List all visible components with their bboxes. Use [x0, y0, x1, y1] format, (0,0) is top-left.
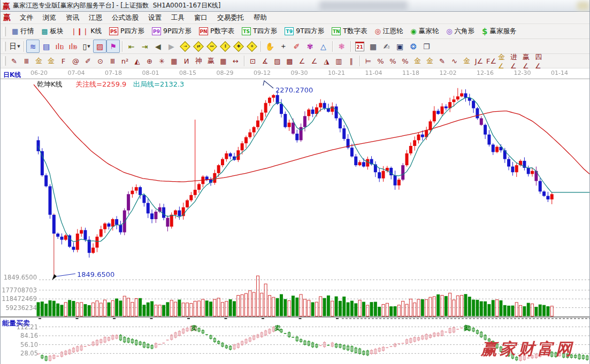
toolbar-button-gann-swap[interactable]: ⇄ [191, 40, 205, 53]
menu-item-file[interactable]: 文件 [15, 12, 38, 24]
draw-tool-wave-a[interactable]: ∿ [448, 55, 461, 67]
toolbar-button-gann-wheel[interactable]: ◎江恩轮 [371, 25, 407, 37]
toolbar-button-quotes[interactable]: ▦行情 [8, 25, 37, 37]
draw-tool-stroke-counter-2[interactable]: Ⅲ [106, 55, 119, 67]
draw-tool-box-corner[interactable]: ⊡ [247, 55, 259, 67]
draw-tool-gold-angle[interactable]: 金∠ [497, 55, 510, 67]
toolbar-button-notes[interactable]: ✍ [380, 40, 393, 53]
draw-tool-stroke-counter[interactable]: Ⅲ [20, 55, 33, 67]
draw-tool-gold-ring[interactable]: 金 [411, 55, 424, 67]
menu-item-window[interactable]: 窗口 [189, 12, 212, 24]
toolbar-button-hexagon[interactable]: ◎六角形 [442, 25, 478, 37]
draw-tool-pen-tool[interactable]: ✎ [8, 55, 20, 67]
draw-tool-jin-angle[interactable]: 进∠ [510, 55, 522, 67]
draw-tool-pen-tool-2[interactable]: ✐ [82, 55, 94, 67]
draw-tool-circle-cross[interactable]: ⊕ [143, 55, 156, 67]
toolbar-button-view-info[interactable]: ▤ [40, 40, 53, 53]
toolbar-button-gann-cross[interactable]: ✚ [232, 40, 245, 53]
draw-tool-gold-grid-a[interactable]: 金 [33, 55, 45, 67]
toolbar-button-gann-expand-v[interactable]: ↕ [218, 40, 232, 53]
menu-item-gann[interactable]: 江恩 [84, 12, 107, 24]
draw-tool-n-squared[interactable]: n² [119, 55, 131, 67]
draw-tool-tri-shade[interactable]: ◮ [320, 55, 333, 67]
toolbar-button-measure[interactable]: △ [317, 40, 330, 53]
draw-tool-grid-numbers[interactable]: ▦ [217, 55, 229, 67]
draw-tool-f-tool[interactable]: F [57, 55, 70, 67]
draw-tool-percent-slash[interactable]: % [374, 55, 387, 67]
title-bar[interactable]: 赢 赢家江恩专业版[赢家内部服务平台] - [上证指数 SH1A0001-167… [1, 0, 589, 12]
draw-tool-shen-tool[interactable]: 神 [193, 55, 205, 67]
toolbar-button-nav-first[interactable]: ⇤ [125, 40, 138, 53]
low-price-annotation: 1849.6500 [77, 270, 114, 278]
date-axis-label: 11-04 [365, 69, 382, 76]
toolbar-button-winner-wheel[interactable]: ◉赢家轮 [407, 25, 442, 37]
toolbar-button-save[interactable]: ▣ [393, 40, 407, 53]
toolbar-button-kline-3[interactable]: ılı3 [53, 40, 66, 53]
toolbar-button-9t-square[interactable]: T99T四方形 [281, 25, 328, 37]
toolbar-button-color-profile[interactable]: ⚑ [106, 40, 120, 53]
toolbar-button-winner-service[interactable]: $赢家服务 [478, 25, 520, 38]
draw-tool-mirror-triangle[interactable]: ◭ [131, 55, 143, 67]
toolbar-button-p-table[interactable]: PNP数字表 [195, 25, 238, 37]
draw-tool-percent[interactable]: % [387, 55, 399, 67]
toolbar-button-hollow-candle[interactable]: ▯▼ [80, 40, 93, 53]
draw-tool-width-arrow[interactable]: ↔ [229, 55, 242, 67]
toolbar-button-draw-ribbon[interactable]: ✾ [303, 40, 317, 53]
draw-tool-box-light[interactable]: ▥ [333, 55, 345, 67]
draw-tool-scale-tool[interactable]: ⊨ [362, 55, 374, 67]
toolbar-button-9p-square[interactable]: P99P四方形 [148, 25, 195, 37]
draw-tool-gold-grid-b[interactable]: 金 [45, 55, 57, 67]
draw-tool-j-angle[interactable]: J∠ [473, 55, 485, 67]
toolbar-button-pattern-brain[interactable]: ❃ [335, 40, 348, 53]
draw-tool-pen-candle[interactable]: ✎ [436, 55, 448, 67]
menu-item-help[interactable]: 帮助 [249, 12, 272, 24]
toolbar-button-nav-last[interactable]: ⇥ [138, 40, 151, 53]
menu-item-news[interactable]: 资讯 [61, 12, 84, 24]
draw-tool-star-web[interactable]: ✳ [156, 55, 168, 67]
draw-tool-angle-fan[interactable]: ∡ [259, 55, 271, 67]
draw-tool-si-angle[interactable]: 四∠ [534, 55, 547, 67]
toolbar-button-t-square[interactable]: TST四方形 [238, 25, 281, 37]
draw-tool-box-dense[interactable]: ▩ [283, 55, 296, 67]
chart-canvas[interactable] [1, 68, 590, 364]
toolbar-button-gann-move-right[interactable]: → [178, 40, 191, 53]
toolbar-button-chart-globe[interactable]: ❂ [407, 40, 420, 53]
draw-tool-gold-line[interactable]: 金 [424, 55, 436, 67]
draw-tool-wave-pair[interactable]: И [180, 55, 193, 67]
toolbar-button-p-square[interactable]: PSP四方形 [105, 25, 148, 37]
toolbar-button-draw-pen[interactable]: ✐ [290, 40, 303, 53]
toolbar-button-t-table[interactable]: TNT数字表 [328, 25, 371, 37]
menu-item-trade-entrust[interactable]: 交易委托 [212, 12, 249, 24]
draw-tool-spiral-tool[interactable]: @ [70, 55, 82, 67]
draw-tool-parallel-lines[interactable]: ∥ [345, 55, 357, 67]
toolbar-button-gann-expand-h[interactable]: ↔ [205, 40, 218, 53]
toolbar-button-crosshair[interactable]: ＋ [277, 40, 290, 53]
draw-tool-f-angle[interactable]: F∠ [485, 55, 497, 67]
toolbar-button-sectors[interactable]: ▩板块 [37, 25, 67, 37]
draw-tool-angle-b[interactable]: ∠ [308, 55, 320, 67]
toolbar-button-gann-star[interactable]: ✳ [245, 40, 258, 53]
toolbar-button-view-zigzag[interactable]: ≋ [26, 40, 40, 53]
toolbar-button-kline-9[interactable]: ılı9 [66, 40, 80, 53]
toolbar-button-kline[interactable]: ❘❙❘K线 [67, 25, 105, 37]
draw-tool-ying-tool[interactable]: 赢 [205, 55, 217, 67]
draw-tool-percent-line[interactable]: % [399, 55, 411, 67]
menu-item-settings[interactable]: 设置 [143, 12, 166, 24]
toolbar-button-print[interactable]: ❐ [420, 40, 433, 53]
draw-tool-angle-a[interactable]: ∠ [296, 55, 308, 67]
toolbar-button-nav-next[interactable]: ▶ [165, 40, 178, 53]
menu-item-formula-picker[interactable]: 公式选股 [107, 12, 143, 24]
toolbar-button-nav-prev[interactable]: ◀ [151, 40, 165, 53]
draw-tool-gold-mark[interactable]: 金 [461, 55, 473, 67]
draw-tool-cycle-circle[interactable]: ⊙ [94, 55, 106, 67]
draw-tool-grid-box[interactable]: ▦ [168, 55, 180, 67]
toolbar-button-calendar-21[interactable]: 21 [353, 40, 366, 53]
draw-tool-box-hatch[interactable]: ▨ [271, 55, 283, 67]
draw-tool-ying-angle[interactable]: 赢∠ [522, 55, 534, 67]
toolbar-button-period-selector[interactable]: 日▼ [8, 40, 21, 53]
toolbar-button-pan-hand[interactable]: ✋ [263, 40, 277, 53]
menu-item-tools[interactable]: 工具 [166, 12, 189, 24]
menu-item-browse[interactable]: 浏览 [38, 12, 61, 24]
toolbar-button-calculator[interactable]: ▦ [366, 40, 380, 53]
toolbar-button-pattern-view[interactable]: ▨ [93, 40, 106, 53]
